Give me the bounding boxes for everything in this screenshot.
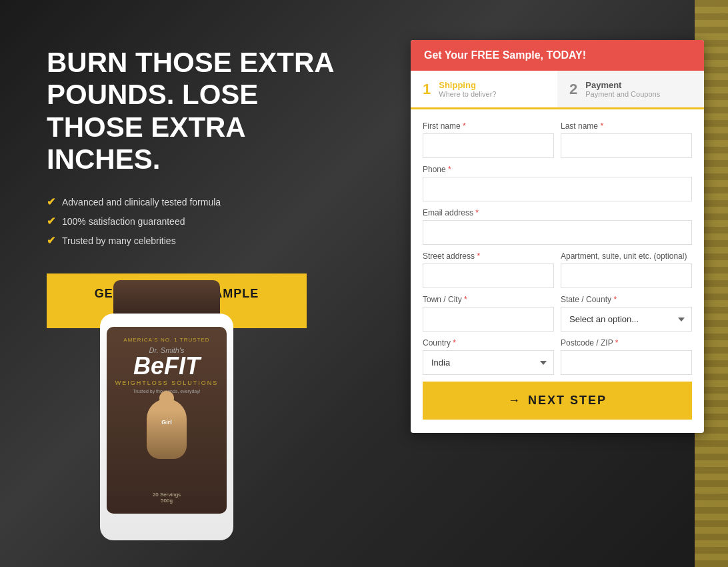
postcode-field: Postcode / ZIP * xyxy=(561,338,692,375)
last-name-field: Last name * xyxy=(561,121,692,158)
feature-item-3: ✔ Trusted by many celebrities xyxy=(47,234,360,247)
email-label: Email address * xyxy=(423,208,692,217)
step-2-label: Payment xyxy=(585,80,660,90)
phone-label: Phone * xyxy=(423,165,692,174)
step-1-info: Shipping Where to deliver? xyxy=(439,80,496,98)
right-panel: Get Your FREE Sample, TODAY! 1 Shipping … xyxy=(393,0,728,567)
phone-row: Phone * xyxy=(423,165,692,201)
bottle-brand: BeFIT xyxy=(133,354,200,378)
step-1-sub: Where to deliver? xyxy=(439,90,496,98)
feature-text-3: Trusted by many celebrities xyxy=(62,235,176,246)
town-input[interactable] xyxy=(423,307,554,332)
email-input[interactable] xyxy=(423,220,692,245)
next-step-button[interactable]: → NEXT STEP xyxy=(423,382,692,420)
state-field: State / County * Select an option... xyxy=(561,295,692,332)
steps-bar: 1 Shipping Where to deliver? 2 Payment P… xyxy=(411,71,704,109)
feature-text-2: 100% satisfaction guaranteed xyxy=(62,216,185,227)
feature-item-1: ✔ Advanced and clinically tested formula xyxy=(47,195,360,208)
street-label: Street address * xyxy=(423,251,554,261)
bottle-cap xyxy=(113,280,220,314)
feature-text-1: Advanced and clinically tested formula xyxy=(62,197,221,207)
step-1[interactable]: 1 Shipping Where to deliver? xyxy=(411,71,557,109)
left-panel: BURN THOSE EXTRA POUNDS. LOSE THOSE EXTR… xyxy=(0,0,393,567)
country-field: Country * India xyxy=(423,338,554,375)
step-1-label: Shipping xyxy=(439,80,496,90)
apt-label: Apartment, suite, unit etc. (optional) xyxy=(561,251,692,261)
next-arrow-icon: → xyxy=(508,394,521,408)
email-row: Email address * xyxy=(423,208,692,245)
bottle-label: AMERICA'S NO. 1 TRUSTED Dr. Smith's BeFI… xyxy=(107,327,227,514)
next-step-label: NEXT STEP xyxy=(528,394,607,408)
country-select[interactable]: India xyxy=(423,350,554,375)
step-1-number: 1 xyxy=(423,81,431,98)
step-2-info: Payment Payment and Coupons xyxy=(585,80,660,98)
form-header: Get Your FREE Sample, TODAY! xyxy=(411,40,704,71)
city-state-row: Town / City * State / County * Select an… xyxy=(423,295,692,332)
first-name-req: * xyxy=(461,121,466,131)
step-2-sub: Payment and Coupons xyxy=(585,90,660,98)
country-postcode-row: Country * India Postcode / ZIP * xyxy=(423,338,692,375)
address-row: Street address * Apartment, suite, unit … xyxy=(423,251,692,288)
form-card: Get Your FREE Sample, TODAY! 1 Shipping … xyxy=(411,40,704,433)
product-image: AMERICA'S NO. 1 TRUSTED Dr. Smith's BeFI… xyxy=(80,280,253,567)
check-icon-1: ✔ xyxy=(47,195,55,208)
postcode-label: Postcode / ZIP * xyxy=(561,338,692,348)
street-input[interactable] xyxy=(423,263,554,288)
person-silhouette: Girl xyxy=(147,399,187,459)
name-row: First name * Last name * xyxy=(423,121,692,158)
country-label: Country * xyxy=(423,338,554,348)
apt-input[interactable] xyxy=(561,263,692,288)
last-name-req: * xyxy=(598,121,603,131)
apt-field: Apartment, suite, unit etc. (optional) xyxy=(561,251,692,288)
town-field: Town / City * xyxy=(423,295,554,332)
state-label: State / County * xyxy=(561,295,692,304)
bottle-body: AMERICA'S NO. 1 TRUSTED Dr. Smith's BeFI… xyxy=(100,314,233,540)
first-name-field: First name * xyxy=(423,121,554,158)
last-name-label: Last name * xyxy=(561,121,692,131)
form-header-text: Get Your FREE Sample, TODAY! xyxy=(424,49,586,61)
feature-item-2: ✔ 100% satisfaction guaranteed xyxy=(47,215,360,227)
state-select[interactable]: Select an option... xyxy=(561,307,692,332)
check-icon-3: ✔ xyxy=(47,234,55,247)
headline: BURN THOSE EXTRA POUNDS. LOSE THOSE EXTR… xyxy=(47,47,360,175)
email-field: Email address * xyxy=(423,208,692,245)
phone-input[interactable] xyxy=(423,177,692,201)
bottle-size: 20 Servings 500g xyxy=(153,492,181,504)
person-head xyxy=(159,391,174,406)
last-name-input[interactable] xyxy=(561,133,692,158)
features-list: ✔ Advanced and clinically tested formula… xyxy=(47,195,360,247)
phone-field: Phone * xyxy=(423,165,692,201)
bottle-top-text: AMERICA'S NO. 1 TRUSTED xyxy=(123,337,209,343)
postcode-input[interactable] xyxy=(561,350,692,375)
first-name-input[interactable] xyxy=(423,133,554,158)
form-body: First name * Last name * xyxy=(411,109,704,433)
check-icon-2: ✔ xyxy=(47,215,55,227)
town-label: Town / City * xyxy=(423,295,554,304)
step-2-number: 2 xyxy=(569,81,577,98)
first-name-label: First name * xyxy=(423,121,554,131)
street-field: Street address * xyxy=(423,251,554,288)
step-2[interactable]: 2 Payment Payment and Coupons xyxy=(557,71,704,107)
bottle-sub: WEIGHTLOSS SOLUTIONS xyxy=(115,380,219,386)
